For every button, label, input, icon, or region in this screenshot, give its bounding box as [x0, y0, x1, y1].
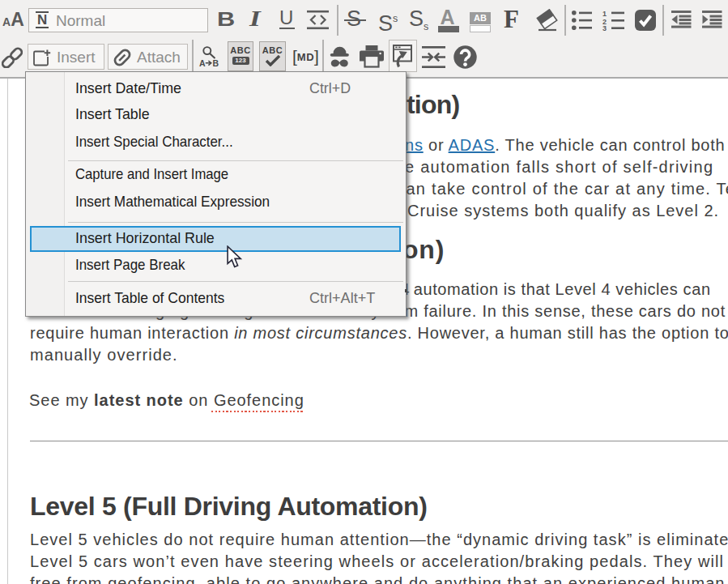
- svg-text:1: 1: [602, 10, 607, 18]
- svg-text:3: 3: [602, 24, 607, 31]
- svg-text:B: B: [213, 58, 219, 68]
- svg-text:A: A: [199, 58, 206, 68]
